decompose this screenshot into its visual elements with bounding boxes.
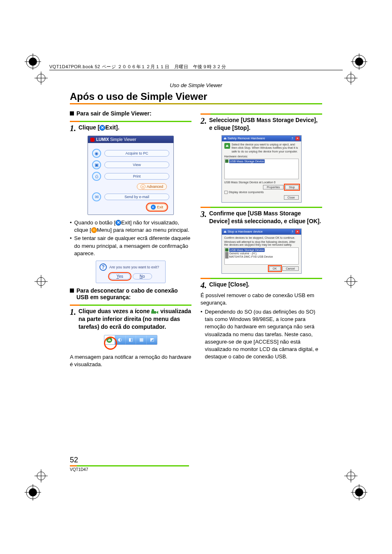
square-bullet-icon	[70, 289, 74, 293]
tray-icon: ◧	[125, 335, 136, 344]
svg-rect-35	[151, 311, 156, 314]
device-location: USB Mass Storage Device at Location 0	[224, 181, 299, 184]
exit-button[interactable]: ✕ Exit	[147, 204, 167, 210]
help-icon[interactable]: ?	[291, 136, 295, 141]
step4-note: • Dependendo do SO (ou das definições do…	[201, 308, 322, 360]
crop-mark-bl	[25, 484, 41, 501]
lumix-logo-icon	[90, 138, 95, 142]
yes-button[interactable]: YYeses	[109, 273, 130, 279]
step-number: 2.	[201, 116, 207, 125]
tray-icon: ◩	[146, 335, 157, 344]
checkbox[interactable]	[224, 191, 228, 194]
print-icon: ⎙	[92, 172, 101, 181]
email-icon: ✉	[92, 192, 101, 201]
step-1-exit: 1. Clique [✕Exit].	[70, 124, 191, 132]
step-1-usb: 1. Clique duas vezes a ícone visualizada…	[70, 307, 191, 331]
step-number: 4.	[201, 281, 207, 289]
stop-hardware-dialog: ⏏ Stop a Hardware device ? ✕ Confirm dev…	[221, 229, 302, 274]
step-divider	[70, 121, 191, 122]
step-number: 1.	[70, 307, 76, 316]
hardware-icon: ⏏	[224, 143, 230, 149]
checkbox-label: Display device components	[229, 191, 264, 194]
register-mark-bl	[33, 468, 49, 484]
hardware-icon: ⏏	[224, 136, 227, 140]
tray-icon: ▦	[136, 335, 146, 344]
app-row-label: Acquire to PC	[104, 150, 169, 157]
square-bullet-icon	[70, 111, 74, 115]
list-item-selected: USB Mass Storage Device	[229, 159, 265, 163]
hardware-label: Hardware devices:	[224, 155, 299, 158]
step-divider	[201, 278, 322, 279]
page-footer: 52 VQT1D47	[70, 456, 189, 472]
step-divider	[201, 113, 322, 115]
app-row-print[interactable]: ⎙ Print	[92, 172, 169, 181]
dialog-titlebar: ⏏ Safely Remove Hardware ? ✕	[222, 136, 301, 141]
no-button[interactable]: NNoo	[133, 273, 152, 279]
step-text: Seleccione [USB Mass Storage Device], e …	[209, 116, 322, 132]
register-mark-tl	[33, 70, 49, 86]
safely-remove-tray-icon[interactable]: ⏏	[106, 337, 112, 343]
step-divider	[201, 207, 322, 208]
subheading-exit: Para sair de Simple Viewer:	[70, 110, 191, 117]
volume-icon	[225, 252, 228, 255]
close-button[interactable]: Close	[284, 195, 299, 200]
app-row-email[interactable]: ✉ Send by e-mail	[92, 192, 169, 201]
app-titlebar: LUMIX Simple Viewer	[88, 136, 173, 143]
footer-rule	[70, 465, 189, 466]
camera-icon: ◉	[92, 149, 101, 158]
tray-icon: ◐	[115, 335, 125, 344]
print-header: VQT1D47POR.book 52 ページ ２００６年１２月１１日 月曜日 午…	[49, 64, 343, 70]
page-title: Após o uso de Simple Viewer	[70, 91, 322, 102]
svg-point-8	[355, 58, 363, 66]
step-divider	[70, 305, 191, 306]
subheading-exit-text: Para sair de Simple Viewer:	[76, 110, 152, 117]
taskbar-tray: ⏏ ◐ ◧ ▦ ◩	[104, 335, 157, 351]
doc-code: VQT1D47	[70, 467, 189, 472]
cancel-button[interactable]: Cancel	[282, 266, 299, 271]
step-3: 3. Confirme que [USB Mass Storage Device…	[201, 210, 322, 225]
register-mark-br	[343, 468, 359, 484]
close-icon[interactable]: ✕	[295, 230, 300, 234]
crop-mark-br	[351, 484, 367, 501]
step-text: Clique [Close].	[209, 281, 249, 289]
svg-point-30	[29, 488, 37, 496]
ok-button[interactable]: OK	[269, 266, 281, 271]
close-icon[interactable]: ✕	[295, 136, 300, 141]
note-confirm: • Se tentar sair de qualquer ecrã difere…	[70, 235, 191, 257]
step-text: Confirme que [USB Mass Storage Device] e…	[209, 210, 322, 225]
dialog-title: Safely Remove Hardware	[228, 136, 265, 140]
register-mark-ml	[33, 273, 49, 290]
close-x-icon: ✕	[115, 220, 121, 226]
print-header-rule	[49, 70, 343, 70]
advanced-button[interactable]: A Advanced	[137, 183, 167, 190]
dialog-desc: Select the device you want to unplug or …	[232, 143, 299, 153]
disk-icon	[225, 255, 228, 259]
dialog-desc: Confirm devices to be stopped, Choose OK…	[224, 236, 299, 239]
section-label: Uso de Simple Viewer	[70, 82, 322, 88]
hardware-icon: ⏏	[224, 230, 227, 233]
register-mark-mr	[343, 273, 359, 290]
svg-point-34	[355, 488, 363, 496]
step4-body: É possível remover o cabo de conexão USB…	[201, 292, 322, 307]
device-list[interactable]: USB Mass Storage Device Generic volume -…	[224, 247, 299, 265]
question-icon: ?	[99, 263, 107, 271]
crop-mark-tl	[25, 53, 41, 70]
hardware-list[interactable]: USB Mass Storage Device	[224, 159, 299, 179]
app-row-acquire[interactable]: ◉ Acquire to PC	[92, 149, 169, 158]
advanced-icon: A	[141, 184, 145, 189]
app-title-prefix: LUMIX	[96, 137, 109, 142]
close-x-icon: ✕	[99, 125, 105, 131]
stop-button[interactable]: Stop	[285, 185, 298, 189]
help-icon[interactable]: ?	[291, 230, 295, 234]
usb-device-icon	[225, 248, 228, 252]
menu-icon: ≡	[91, 227, 97, 233]
advanced-label: Advanced	[147, 185, 163, 189]
properties-button[interactable]: Properties	[263, 185, 284, 189]
dialog-titlebar: ⏏ Stop a Hardware device ? ✕	[222, 229, 301, 235]
app-row-label: View	[104, 162, 169, 168]
app-row-label: Send by e-mail	[104, 194, 169, 200]
step-2: 2. Seleccione [USB Mass Storage Device],…	[201, 116, 322, 132]
app-row-view[interactable]: ▣ View	[92, 160, 169, 169]
app-title-rest: Simple Viewer	[110, 137, 136, 142]
step-4: 4. Clique [Close].	[201, 281, 322, 289]
